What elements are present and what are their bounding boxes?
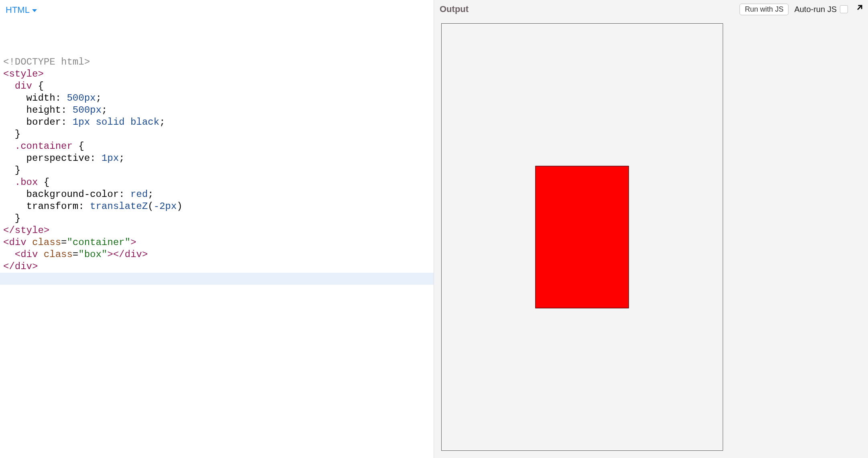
editor-header: HTML bbox=[0, 0, 434, 18]
expand-icon[interactable] bbox=[854, 5, 862, 14]
output-title: Output bbox=[440, 4, 469, 14]
code-editor[interactable]: <!DOCTYPE html><style> div { width: 500p… bbox=[0, 18, 434, 458]
autorun-checkbox[interactable] bbox=[840, 5, 848, 13]
autorun-label: Auto-run JS bbox=[794, 5, 837, 14]
output-pane: Output Run with JS Auto-run JS bbox=[434, 0, 868, 458]
autorun-toggle[interactable]: Auto-run JS bbox=[794, 5, 848, 14]
render-box bbox=[535, 166, 629, 308]
code-content: <!DOCTYPE html><style> div { width: 500p… bbox=[3, 56, 430, 273]
language-dropdown[interactable]: HTML bbox=[6, 5, 30, 15]
caret-down-icon bbox=[32, 9, 37, 12]
editor-pane: HTML <!DOCTYPE html><style> div { width:… bbox=[0, 0, 434, 458]
run-button[interactable]: Run with JS bbox=[740, 4, 789, 15]
output-area bbox=[434, 18, 868, 458]
app-root: HTML <!DOCTYPE html><style> div { width:… bbox=[0, 0, 868, 458]
editor-highlight-line bbox=[0, 273, 434, 285]
output-header: Output Run with JS Auto-run JS bbox=[434, 0, 868, 18]
render-container bbox=[441, 23, 723, 451]
